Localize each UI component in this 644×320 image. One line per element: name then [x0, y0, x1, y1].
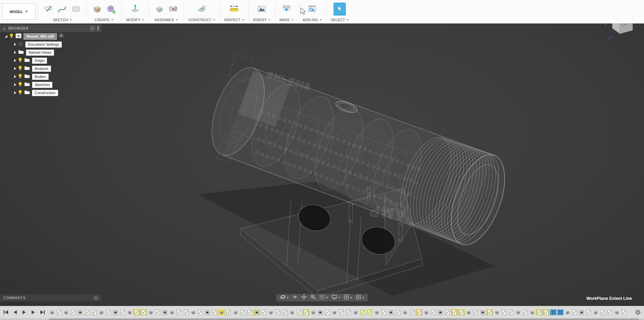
select-menu-button[interactable]: SELECT: [331, 17, 349, 23]
construct-menu-button[interactable]: CONSTRUCT: [188, 17, 215, 23]
timeline-feature-71-sketch[interactable]: [543, 309, 549, 315]
play-button[interactable]: [21, 309, 28, 316]
timeline-feature-41-feature[interactable]: [332, 309, 337, 315]
zoom-button[interactable]: [308, 293, 317, 302]
timeline-feature-40-sketch[interactable]: [325, 309, 330, 315]
comments-bar[interactable]: COMMENTS: [0, 294, 102, 302]
browser-root-item[interactable]: Nozzel_001 v19: [0, 32, 102, 40]
timeline-feature-64-feature[interactable]: [494, 309, 499, 315]
measure-button[interactable]: [228, 3, 240, 15]
timeline-feature-31-sketch[interactable]: [261, 309, 266, 315]
timeline-feature-42-sketch[interactable]: [339, 309, 344, 315]
expand-arrow-icon[interactable]: [14, 91, 16, 94]
timeline-feature-20-sketch[interactable]: [183, 309, 189, 315]
root-component-label[interactable]: Nozzel_001 v19: [24, 33, 57, 40]
step-forward-button[interactable]: [30, 309, 37, 316]
timeline-feature-72-pattern[interactable]: [551, 309, 556, 315]
timeline-feature-6-sketch[interactable]: [84, 309, 90, 315]
timeline-feature-74-feature[interactable]: [565, 309, 570, 315]
timeline-feature-33-sketch[interactable]: [275, 309, 280, 315]
timeline-feature-14-sketch[interactable]: [141, 309, 146, 315]
timeline-feature-37-sketch[interactable]: [303, 309, 309, 315]
visibility-bulb-icon[interactable]: [18, 66, 22, 72]
chevron-down-icon[interactable]: [350, 297, 352, 298]
look-at-button[interactable]: [290, 293, 299, 302]
pan-button[interactable]: [299, 293, 308, 302]
chevron-down-icon[interactable]: [326, 297, 328, 298]
timeline-feature-73-pattern[interactable]: [558, 309, 563, 315]
minimize-icon[interactable]: [90, 26, 94, 31]
expand-arrow-icon[interactable]: [14, 51, 16, 54]
timeline-feature-26-sketch[interactable]: [226, 309, 231, 315]
timeline-feature-3-feature[interactable]: [63, 309, 69, 315]
inspect-menu-button[interactable]: INSPECT: [224, 17, 244, 23]
timeline-feature-45-sketch[interactable]: [360, 309, 365, 315]
timeline-feature-50-sketch[interactable]: [395, 309, 401, 315]
timeline-feature-67-feature[interactable]: [515, 309, 521, 315]
timeline-feature-60-feature[interactable]: [466, 309, 471, 315]
timeline-feature-68-sketch[interactable]: [522, 309, 528, 315]
timeline-feature-34-sketch[interactable]: [282, 309, 288, 315]
timeline-feature-27-feature[interactable]: [233, 309, 238, 315]
timeline-feature-2-sketch[interactable]: [56, 309, 62, 315]
timeline-feature-8-feature[interactable]: [99, 309, 104, 315]
timeline-feature-16-sketch[interactable]: [155, 309, 160, 315]
timeline-feature-32-feature[interactable]: [268, 309, 273, 315]
timeline-feature-1-feature[interactable]: [49, 309, 54, 315]
timeline-feature-76-hole[interactable]: [579, 309, 584, 315]
visibility-bulb-icon[interactable]: [18, 90, 22, 96]
timeline-feature-12-feature[interactable]: [127, 309, 132, 315]
scripts-addins-button[interactable]: [306, 3, 318, 15]
timeline-feature-62-hole[interactable]: [480, 309, 485, 315]
timeline-feature-57-sketch[interactable]: [445, 309, 450, 315]
timeline-feature-44-feature[interactable]: [353, 309, 358, 315]
timeline-feature-7-sketch[interactable]: [91, 309, 97, 315]
fit-button[interactable]: [317, 293, 330, 302]
addins-menu-button[interactable]: ADD-INS: [303, 17, 321, 23]
timeline-feature-38-feature[interactable]: [310, 309, 316, 315]
timeline-feature-23-hole[interactable]: [204, 309, 210, 315]
select-cursor-button[interactable]: [334, 3, 346, 15]
chevron-down-icon[interactable]: [287, 297, 289, 298]
chevron-down-icon[interactable]: [362, 297, 364, 298]
timeline-feature-30-hole[interactable]: [254, 309, 259, 315]
activate-radio-icon[interactable]: [59, 33, 64, 39]
orbit-button[interactable]: [278, 293, 290, 302]
visibility-bulb-icon[interactable]: [18, 82, 22, 88]
browser-item-label[interactable]: Sketches: [32, 82, 52, 88]
modify-menu-button[interactable]: MODIFY: [126, 17, 144, 23]
timeline-feature-81-feature[interactable]: [614, 309, 619, 315]
go-to-end-button[interactable]: [39, 309, 46, 316]
timeline-feature-58-sketch[interactable]: [452, 309, 457, 315]
workspace-switcher[interactable]: MODEL: [2, 3, 36, 20]
timeline-feature-35-feature[interactable]: [289, 309, 295, 315]
timeline-feature-75-sketch[interactable]: [572, 309, 577, 315]
timeline-feature-53-sketch[interactable]: [416, 309, 422, 315]
go-to-start-button[interactable]: [2, 309, 10, 316]
timeline-feature-11-sketch[interactable]: [120, 309, 125, 315]
visibility-bulb-icon[interactable]: [18, 57, 22, 64]
chevron-down-icon[interactable]: [338, 297, 340, 298]
timeline-feature-47-feature[interactable]: [374, 309, 379, 315]
timeline-feature-51-feature[interactable]: [402, 309, 408, 315]
timeline-feature-63-sketch[interactable]: [487, 309, 492, 315]
timeline-feature-65-sketch[interactable]: [501, 309, 506, 315]
browser-item-analysis[interactable]: Analysis: [0, 65, 102, 73]
browser-item-sketches[interactable]: Sketches: [0, 81, 102, 89]
browser-item-label[interactable]: Construction: [32, 90, 58, 96]
expand-arrow-icon[interactable]: [14, 67, 16, 70]
make-3d-print-button[interactable]: [280, 3, 293, 15]
viewports-button[interactable]: [354, 293, 366, 302]
expand-arrow-icon[interactable]: [14, 75, 16, 78]
timeline-scroll-thumb[interactable]: [49, 319, 639, 320]
new-component-button[interactable]: [153, 3, 165, 15]
press-pull-button[interactable]: [129, 3, 141, 15]
insert-menu-button[interactable]: INSERT: [253, 17, 270, 23]
form-sphere-button[interactable]: [105, 3, 117, 15]
timeline-feature-28-sketch[interactable]: [240, 309, 245, 315]
browser-item-label[interactable]: Origin: [32, 57, 47, 64]
visibility-bulb-icon[interactable]: [18, 74, 22, 80]
sketch-menu-button[interactable]: SKETCH: [53, 17, 72, 23]
timeline-feature-48-sketch[interactable]: [381, 309, 386, 315]
joint-button[interactable]: [167, 3, 179, 15]
